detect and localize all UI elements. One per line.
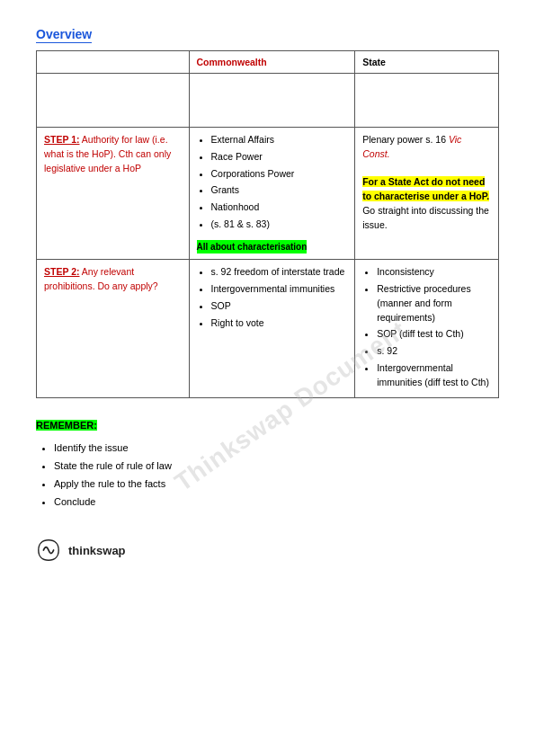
thinkswap-logo-icon (36, 538, 61, 563)
step2-state-list: Inconsistency Restrictive procedures (ma… (362, 265, 491, 389)
list-item: Intergovernmental immunities (211, 282, 348, 297)
list-item: Inconsistency (377, 265, 491, 280)
list-item: State the rule of rule of law (54, 458, 499, 476)
step1-commonwealth-list: External Affairs Race Power Corporations… (197, 133, 348, 232)
plenary-text: Plenary power s. 16 (362, 134, 449, 145)
list-item: Right to vote (211, 316, 348, 331)
step2-commonwealth-cell: s. 92 freedom of interstate trade Interg… (189, 260, 355, 398)
table-row-step2: STEP 2: Any relevant prohibitions. Do an… (37, 260, 499, 398)
overview-table: Commonwealth State STEP 1: Authority for… (36, 50, 499, 398)
table-row-step1: STEP 1: Authority for law (i.e. what is … (37, 128, 499, 260)
step2-state-cell: Inconsistency Restrictive procedures (ma… (355, 260, 499, 398)
list-item: Conclude (54, 494, 499, 511)
remember-label: REMEMBER: (36, 420, 97, 431)
list-item: (s. 81 & s. 83) (211, 218, 348, 232)
table-row-empty (37, 74, 499, 128)
step1-state-cell: Plenary power s. 16 Vic Const. For a Sta… (355, 128, 499, 260)
step2-label: STEP 2: (44, 266, 80, 277)
empty-cell-3 (355, 74, 499, 128)
list-item: Corporations Power (211, 167, 348, 182)
page-title: Overview (36, 27, 92, 43)
remember-list: Identify the issue State the rule of rul… (36, 440, 499, 511)
list-item: Apply the rule to the facts (54, 476, 499, 494)
list-item: Identify the issue (54, 440, 499, 458)
list-item: Grants (211, 183, 348, 198)
thinkswap-brand: thinkswap (68, 544, 126, 557)
step1-commonwealth-cell: External Affairs Race Power Corporations… (189, 128, 355, 260)
step1-label: STEP 1: (44, 134, 80, 145)
remember-section: REMEMBER: Identify the issue State the r… (36, 420, 499, 511)
state-act-highlight: For a State Act do not need to character… (362, 176, 489, 201)
list-item: Race Power (211, 150, 348, 165)
remember-text: REMEMBER: (36, 420, 97, 431)
list-item: Nationhood (211, 200, 348, 215)
state-act-rest: Go straight into discussing the issue. (362, 205, 489, 230)
list-item: s. 92 (377, 344, 491, 359)
col3-header: State (355, 51, 499, 74)
empty-cell-1 (37, 74, 190, 128)
list-item: External Affairs (211, 133, 348, 147)
step2-label-cell: STEP 2: Any relevant prohibitions. Do an… (37, 260, 190, 398)
all-about-note: All about characterisation (197, 240, 308, 253)
step2-commonwealth-list: s. 92 freedom of interstate trade Interg… (197, 265, 348, 330)
list-item: SOP (211, 299, 348, 314)
footer: thinkswap (36, 538, 499, 563)
empty-cell-2 (189, 74, 355, 128)
step1-label-cell: STEP 1: Authority for law (i.e. what is … (37, 128, 190, 260)
list-item: SOP (diff test to Cth) (377, 327, 491, 342)
col2-header: Commonwealth (189, 51, 355, 74)
col1-header (37, 51, 190, 74)
list-item: s. 92 freedom of interstate trade (211, 265, 348, 280)
list-item: Restrictive procedures (manner and form … (377, 282, 491, 325)
list-item: Intergovernmental immunities (diff test … (377, 361, 491, 390)
